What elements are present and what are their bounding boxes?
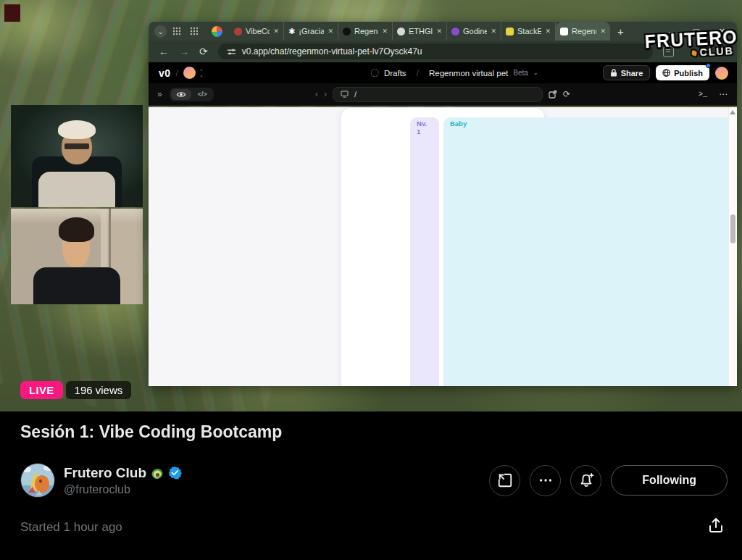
user-avatar[interactable] — [715, 67, 728, 80]
asterisk-favicon: ✱ — [288, 28, 295, 35]
picture-in-picture-button[interactable] — [489, 465, 520, 496]
site-settings-icon[interactable] — [227, 47, 236, 57]
breadcrumb-project-name[interactable]: Regenmon virtual pet — [429, 69, 508, 78]
tab-search-chevron-icon[interactable]: ⌄ — [154, 25, 167, 38]
terminal-icon[interactable]: >_ — [699, 91, 707, 99]
channel-avatar[interactable] — [20, 463, 55, 498]
v0-logo[interactable]: v0 — [159, 67, 171, 79]
person-glasses — [64, 143, 90, 149]
person-torso — [33, 267, 120, 304]
collapse-panel-icon[interactable]: » — [157, 89, 162, 99]
tab-group-grid-icon[interactable] — [190, 27, 199, 35]
tab-close-icon[interactable]: ✕ — [491, 28, 496, 35]
browser-tab[interactable]: StackEdit ✕ — [501, 22, 556, 41]
webcam-feed-guest — [11, 209, 143, 304]
stream-info-section: Sesión 1: Vibe Coding Bootcamp Fruter — [0, 411, 742, 560]
video-player[interactable]: LIVE 196 views FRUTERO CLUB ⌄ VibeCodi — [0, 0, 742, 411]
beta-badge: Beta — [513, 69, 528, 77]
globe-icon — [662, 69, 670, 77]
share-button[interactable]: Share — [603, 65, 651, 80]
browser-tab[interactable]: VibeCodi ✕ — [230, 22, 284, 41]
browser-tab-active[interactable]: Regenmon ✕ — [556, 22, 610, 41]
godinez-favicon — [451, 28, 459, 35]
chevron-down-icon[interactable]: ⌄ — [533, 70, 538, 76]
stackedit-favicon — [506, 28, 514, 35]
bell-plus-icon — [578, 472, 594, 488]
eye-icon — [176, 91, 186, 99]
browser-tab[interactable]: Godinez.A ✕ — [447, 22, 501, 41]
regenmon-card: Regenmon Nv. 1 Baby — [341, 107, 545, 386]
notification-dot — [706, 63, 711, 68]
translate-icon[interactable] — [663, 46, 674, 57]
channel-names[interactable]: Frutero Club @fruteroclub — [64, 465, 182, 496]
close-icon[interactable]: ✕ — [719, 27, 725, 36]
tab-close-icon[interactable]: ✕ — [436, 28, 442, 35]
channel-actions: Following — [489, 465, 728, 496]
tab-close-icon[interactable]: ✕ — [328, 28, 333, 35]
new-tab-button[interactable]: + — [617, 25, 624, 38]
channel-row: Frutero Club @fruteroclub Following — [20, 461, 728, 499]
tab-close-icon[interactable]: ✕ — [600, 28, 606, 35]
app-preview-pane: Regenmon Nv. 1 Baby — [149, 107, 737, 386]
code-view-toggle[interactable]: </> — [193, 89, 212, 99]
project-breadcrumb: Drafts / Regenmon virtual pet Beta ⌄ — [371, 68, 538, 78]
open-external-icon[interactable] — [549, 90, 557, 99]
vibe-favicon — [234, 28, 242, 35]
preview-toolbar: » </> ‹ › / ⟳ — [149, 83, 737, 106]
workspace-switcher-icon[interactable]: ⌃⌄ — [199, 70, 204, 77]
minimize-icon[interactable]: – — [669, 27, 673, 36]
browser-tab[interactable]: ✱ ¡Gracias p ✕ — [284, 22, 338, 41]
following-button[interactable]: Following — [611, 465, 728, 496]
verified-badge-icon — [168, 466, 182, 480]
device-icon — [341, 91, 349, 98]
maximize-icon[interactable]: ▢ — [692, 27, 699, 36]
channel-handle[interactable]: @fruteroclub — [64, 483, 182, 496]
webcam-feed-host — [11, 105, 143, 207]
channel-name[interactable]: Frutero Club — [64, 465, 146, 481]
avocado-emoji — [151, 467, 164, 480]
notify-button[interactable] — [570, 465, 601, 496]
preview-refresh-icon[interactable]: ⟳ — [563, 89, 570, 99]
share-icon — [707, 517, 725, 534]
scrollbar-up-arrow[interactable] — [730, 110, 735, 114]
publish-button[interactable]: Publish — [656, 65, 709, 80]
view-mode-toggle: </> — [170, 88, 214, 101]
corner-artifact — [4, 4, 20, 22]
window-controls: – ▢ ✕ — [669, 27, 737, 36]
v0-app-header: v0 / ⌃⌄ Drafts / Regenmon virtual pet Be… — [149, 62, 737, 83]
more-options-button[interactable] — [530, 465, 561, 496]
preview-forward-icon[interactable]: › — [324, 89, 327, 99]
lock-icon — [610, 69, 617, 77]
tab-close-icon[interactable]: ✕ — [382, 28, 388, 35]
forward-icon[interactable]: → — [179, 46, 189, 57]
workspace-avatar[interactable] — [183, 67, 196, 79]
scrollbar-thumb[interactable] — [730, 214, 735, 243]
spinner-icon — [371, 69, 379, 77]
stage-badge: Baby — [443, 117, 737, 386]
tab-group-grid-icon[interactable] — [172, 27, 181, 35]
share-stream-button[interactable] — [707, 517, 725, 536]
person-torso — [38, 172, 115, 207]
stream-title: Sesión 1: Vibe Coding Bootcamp — [20, 422, 282, 442]
breadcrumb-drafts[interactable]: Drafts — [384, 69, 407, 78]
picture-in-picture-icon — [497, 472, 513, 488]
live-badge: LIVE — [20, 381, 63, 399]
browser-toolbar: ← → ⟳ v0.app/chat/regenmon-virtual-pet-l… — [149, 41, 737, 62]
more-options-icon[interactable]: ⋯ — [719, 89, 728, 99]
reload-icon[interactable]: ⟳ — [199, 46, 208, 57]
browser-tab[interactable]: Regenmo ✕ — [338, 22, 393, 41]
dark-app-favicon — [343, 28, 351, 35]
back-icon[interactable]: ← — [159, 46, 169, 57]
preview-eye-toggle[interactable] — [171, 89, 191, 100]
scrollbar[interactable] — [728, 107, 737, 386]
browser-tab-strip: ⌄ VibeCodi ✕ ✱ ¡Gracias p ✕ Regenmo — [149, 22, 737, 41]
preview-back-icon[interactable]: ‹ — [315, 89, 318, 99]
more-dots-icon — [538, 472, 554, 488]
tab-close-icon[interactable]: ✕ — [273, 28, 279, 35]
tab-close-icon[interactable]: ✕ — [545, 28, 551, 35]
browser-tab[interactable]: ETHGlobal ✕ — [393, 22, 447, 41]
colorful-tab-group-icon[interactable] — [212, 26, 222, 37]
url-text: v0.app/chat/regenmon-virtual-pet-lv7Oysc… — [242, 46, 422, 57]
preview-path-bar[interactable]: / — [333, 87, 543, 102]
address-bar[interactable]: v0.app/chat/regenmon-virtual-pet-lv7Oysc… — [218, 43, 653, 59]
